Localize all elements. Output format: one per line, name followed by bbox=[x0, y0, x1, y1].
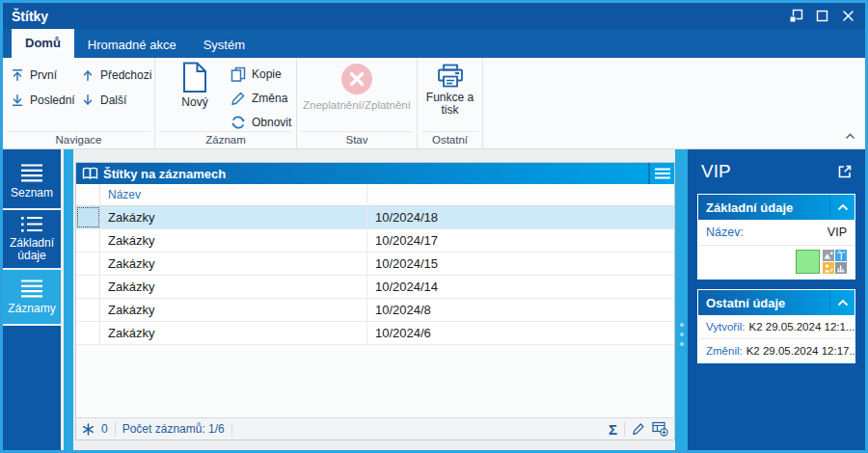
row-selector[interactable] bbox=[76, 299, 100, 321]
person-icon[interactable] bbox=[823, 262, 834, 274]
maximize-button[interactable] bbox=[809, 3, 835, 29]
section-header[interactable]: Základní údaje bbox=[698, 195, 854, 220]
sidebar-item-seznam[interactable]: Seznam bbox=[3, 154, 61, 210]
table-status-bar: 0 Počet záznamů: 1/6 Σ bbox=[76, 417, 674, 440]
ribbon-group-stav: Zneplatnění/Zplatnění Stav bbox=[297, 58, 418, 148]
chevron-up-icon bbox=[837, 299, 849, 306]
collapse-section-button[interactable] bbox=[829, 290, 854, 315]
copy-button[interactable]: Kopie bbox=[227, 62, 285, 86]
edit-button[interactable] bbox=[632, 422, 645, 436]
right-splitter[interactable] bbox=[675, 149, 688, 450]
mountain-icon[interactable] bbox=[823, 250, 834, 261]
table-column-headers: Název bbox=[76, 184, 674, 206]
open-in-window-button[interactable] bbox=[836, 163, 854, 180]
cell-name: Zakázky bbox=[100, 299, 367, 321]
group-label-ostatni: Ostatní bbox=[421, 131, 478, 147]
table-row[interactable]: Zakázky 10/2024/18 bbox=[76, 206, 674, 229]
change-label: Změna bbox=[252, 92, 287, 105]
cell-ref: 10/2024/6 bbox=[367, 322, 674, 344]
collapse-ribbon-button[interactable] bbox=[845, 126, 855, 144]
next-button[interactable]: Další bbox=[77, 88, 130, 112]
field-label-nazev: Název: bbox=[706, 226, 744, 239]
tab-system[interactable]: Systém bbox=[190, 32, 258, 58]
copy-icon bbox=[231, 67, 246, 82]
first-label: První bbox=[30, 68, 57, 82]
group-label-navigace: Navigace bbox=[7, 131, 150, 147]
cell-name: Zakázky bbox=[100, 206, 367, 228]
detail-title: VIP bbox=[701, 161, 731, 182]
cell-name: Zakázky bbox=[100, 276, 367, 298]
records-panel-header: Štítky na záznamech bbox=[76, 163, 674, 184]
changed-by-value: K2 29.05.2024 12:17... bbox=[746, 345, 854, 357]
cell-ref: 10/2024/15 bbox=[367, 253, 674, 275]
refresh-icon bbox=[231, 115, 246, 130]
cell-ref: 10/2024/18 bbox=[367, 206, 674, 228]
color-swatch-green[interactable] bbox=[796, 250, 820, 274]
chevron-up-icon bbox=[845, 133, 855, 140]
table-row[interactable]: Zakázky 10/2024/8 bbox=[76, 299, 674, 322]
change-button[interactable]: Změna bbox=[227, 86, 291, 110]
sidebar-item-label: Základní údaje bbox=[5, 237, 59, 262]
column-header-nazev[interactable]: Název bbox=[100, 184, 367, 205]
invalidate-icon bbox=[339, 62, 374, 96]
section-title: Základní údaje bbox=[698, 200, 793, 215]
previous-button[interactable]: Předchozi bbox=[77, 63, 155, 87]
section-header[interactable]: Ostatní údaje bbox=[698, 290, 854, 315]
app-window: Štítky Domů Hromadné akce Systém První bbox=[0, 0, 868, 453]
row-selector[interactable] bbox=[76, 322, 100, 344]
dock-window-button[interactable] bbox=[783, 3, 809, 29]
palm-icon[interactable] bbox=[835, 250, 847, 261]
last-button[interactable]: Poslední bbox=[7, 88, 79, 112]
section-title: Ostatní údaje bbox=[698, 296, 785, 310]
table-row[interactable]: Zakázky 10/2024/6 bbox=[76, 322, 674, 345]
tab-domu[interactable]: Domů bbox=[12, 29, 74, 58]
row-selector[interactable] bbox=[76, 253, 100, 275]
sidebar-item-zaznamy[interactable]: Záznamy bbox=[3, 270, 61, 326]
hamburger-icon bbox=[654, 168, 671, 179]
functions-print-label: Funkce a tisk bbox=[422, 92, 478, 117]
changed-by-label: Změnil: bbox=[706, 345, 743, 357]
column-header-ref[interactable] bbox=[367, 184, 674, 205]
sidebar-item-label: Seznam bbox=[11, 187, 53, 200]
chart-icon[interactable] bbox=[835, 262, 847, 274]
next-label: Další bbox=[100, 93, 126, 107]
cell-name: Zakázky bbox=[100, 322, 367, 344]
table-row[interactable]: Zakázky 10/2024/15 bbox=[76, 253, 674, 276]
table-empty-area bbox=[76, 345, 674, 417]
sidebar-item-zakladni-udaje[interactable]: Základní údaje bbox=[3, 210, 61, 270]
ribbon-group-navigace: První Poslední Předchozi Další Navigace bbox=[3, 58, 155, 148]
panel-menu-button[interactable] bbox=[648, 163, 674, 184]
group-label-zaznam: Záznam bbox=[159, 131, 292, 147]
left-splitter[interactable] bbox=[64, 149, 73, 450]
tab-hromadne-akce[interactable]: Hromadné akce bbox=[74, 32, 190, 58]
created-by-label: Vytvořil: bbox=[706, 321, 745, 333]
table-row[interactable]: Zakázky 10/2024/14 bbox=[76, 276, 674, 299]
next-icon bbox=[81, 93, 95, 107]
maximize-icon bbox=[815, 9, 829, 23]
marked-records-icon bbox=[82, 423, 95, 436]
list-lines-icon bbox=[19, 164, 44, 182]
new-button[interactable]: Nový bbox=[167, 62, 223, 109]
detail-list-icon bbox=[19, 216, 44, 232]
thumbnail-grid bbox=[823, 250, 847, 274]
row-selector[interactable] bbox=[76, 229, 100, 252]
row-selector[interactable] bbox=[76, 206, 100, 228]
first-button[interactable]: První bbox=[7, 63, 61, 87]
new-label: Nový bbox=[181, 96, 207, 109]
add-record-button[interactable] bbox=[652, 421, 668, 437]
collapse-section-button[interactable] bbox=[829, 195, 854, 220]
chevron-up-icon bbox=[837, 203, 849, 211]
row-selector-column-header[interactable] bbox=[76, 184, 100, 205]
cell-name: Zakázky bbox=[100, 253, 367, 275]
row-selector[interactable] bbox=[76, 276, 100, 298]
invalidate-button[interactable]: Zneplatnění/Zplatnění bbox=[297, 62, 417, 112]
titlebar: Štítky bbox=[3, 3, 865, 29]
close-icon bbox=[841, 9, 855, 23]
cell-name: Zakázky bbox=[100, 229, 367, 252]
functions-print-button[interactable]: Funkce a tisk bbox=[418, 64, 482, 117]
cell-ref: 10/2024/14 bbox=[367, 276, 674, 298]
table-row[interactable]: Zakázky 10/2024/17 bbox=[76, 229, 674, 253]
field-value-nazev: VIP bbox=[827, 226, 847, 239]
close-button[interactable] bbox=[835, 3, 861, 29]
sum-button[interactable]: Σ bbox=[609, 422, 617, 437]
